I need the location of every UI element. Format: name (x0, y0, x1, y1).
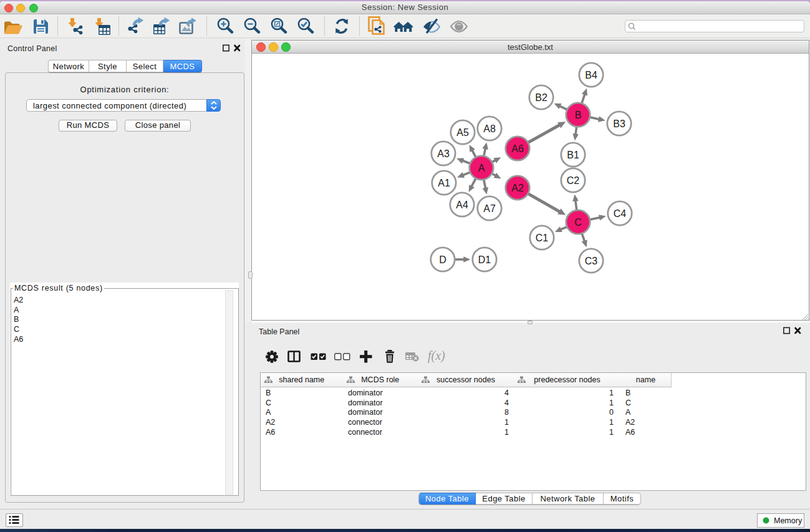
svg-text:B4: B4 (585, 70, 597, 80)
svg-text:C2: C2 (567, 175, 580, 186)
svg-text:C1: C1 (536, 233, 549, 243)
svg-text:B2: B2 (535, 92, 547, 103)
svg-text:A7: A7 (483, 203, 496, 214)
svg-text:A5: A5 (456, 127, 469, 138)
svg-text:D: D (439, 254, 446, 265)
svg-text:A2: A2 (511, 183, 524, 193)
svg-text:D1: D1 (478, 254, 491, 265)
svg-text:A3: A3 (437, 148, 450, 159)
svg-text:A8: A8 (483, 123, 496, 134)
svg-text:A: A (478, 163, 485, 173)
svg-text:B: B (575, 110, 582, 120)
svg-text:C: C (574, 217, 582, 228)
svg-text:B1: B1 (567, 150, 579, 160)
svg-text:C4: C4 (614, 208, 627, 219)
svg-text:B3: B3 (613, 118, 625, 129)
svg-text:A4: A4 (456, 200, 468, 210)
svg-text:A1: A1 (438, 178, 450, 188)
svg-text:A6: A6 (511, 143, 524, 154)
svg-text:C3: C3 (585, 256, 598, 266)
